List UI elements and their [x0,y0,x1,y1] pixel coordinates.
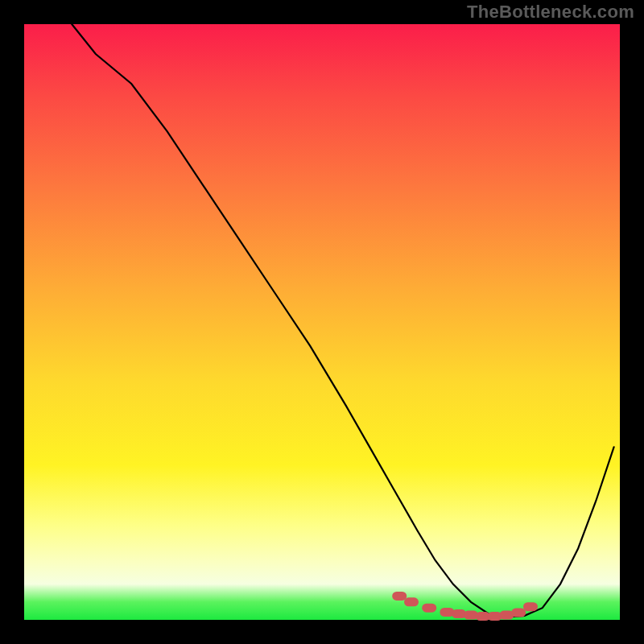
highlight-dot [523,602,538,611]
highlight-dot [392,592,407,601]
attribution-label: TheBottleneck.com [467,2,634,23]
curve-svg [24,24,620,620]
highlight-dot [404,597,419,606]
chart-container: TheBottleneck.com [0,0,644,644]
bottleneck-curve [72,24,613,617]
plot-area [24,24,620,620]
highlight-dot [422,604,436,613]
highlight-dot [511,609,526,617]
